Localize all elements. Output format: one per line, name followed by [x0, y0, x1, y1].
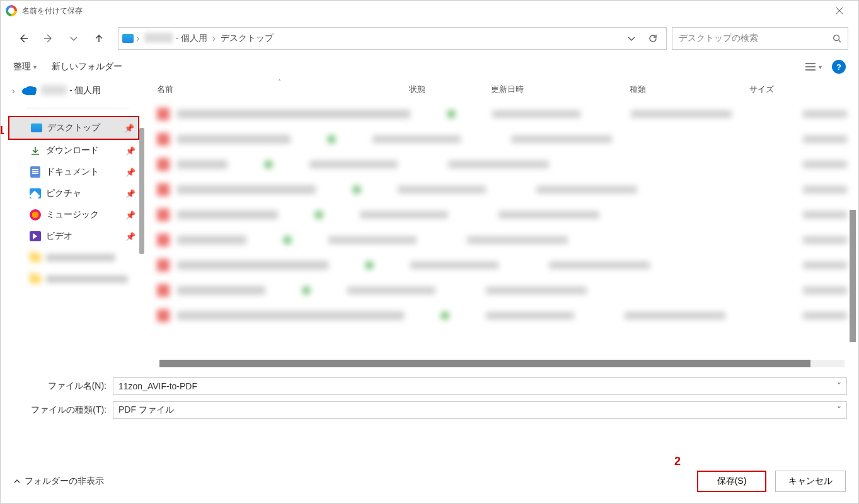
- file-row[interactable]: [152, 278, 852, 303]
- folder-icon: [30, 275, 41, 284]
- sidebar-scrollbar[interactable]: [139, 128, 144, 254]
- tree-pictures[interactable]: ピクチャ 📌: [8, 183, 139, 204]
- tree-onedrive[interactable]: › xxx - 個人用: [8, 80, 139, 101]
- filetype-label: ファイルの種類(T):: [12, 404, 113, 416]
- filename-label: ファイル名(N):: [12, 381, 113, 392]
- tree-music[interactable]: ミュージック 📌: [8, 204, 139, 226]
- pc-icon: [122, 34, 134, 43]
- column-modified[interactable]: 更新日時: [486, 81, 625, 98]
- pin-icon[interactable]: 📌: [125, 189, 135, 198]
- annotation-1: 1: [0, 124, 4, 137]
- pin-icon[interactable]: 📌: [124, 123, 134, 133]
- breadcrumb-user[interactable]: xxx - 個人用: [142, 33, 209, 44]
- video-icon: [30, 231, 41, 241]
- chevron-up-icon: [13, 478, 21, 485]
- document-icon: [30, 166, 40, 178]
- back-button[interactable]: [13, 28, 33, 49]
- music-icon: [30, 209, 41, 220]
- search-input[interactable]: デスクトップの検索: [672, 27, 848, 50]
- search-placeholder: デスクトップの検索: [679, 33, 833, 44]
- file-list: ˄名前 状態 更新日時 種類 サイズ: [146, 77, 858, 369]
- onedrive-icon: [25, 86, 36, 95]
- column-size[interactable]: サイズ: [744, 81, 852, 98]
- horizontal-scrollbar[interactable]: [159, 360, 845, 367]
- hide-folders-toggle[interactable]: フォルダーの非表示: [13, 476, 104, 487]
- chevron-down-icon[interactable]: ˅: [837, 381, 841, 391]
- file-row[interactable]: [152, 127, 852, 152]
- view-options-button[interactable]: ▾: [805, 62, 822, 71]
- save-button[interactable]: 保存(S): [697, 471, 766, 492]
- column-type[interactable]: 種類: [625, 81, 744, 98]
- file-row[interactable]: [152, 177, 852, 202]
- pin-icon[interactable]: 📌: [125, 146, 135, 156]
- file-row[interactable]: [152, 303, 852, 328]
- desktop-icon: [31, 123, 42, 132]
- column-name[interactable]: ˄名前: [152, 81, 404, 98]
- address-bar[interactable]: › xxx - 個人用 › デスクトップ: [118, 27, 667, 50]
- annotation-2: 2: [674, 455, 681, 468]
- pin-icon[interactable]: 📌: [125, 210, 135, 220]
- chevron-right-icon: ›: [136, 33, 139, 44]
- close-button[interactable]: [826, 1, 853, 20]
- chevron-right-icon: ›: [212, 33, 216, 44]
- pin-icon[interactable]: 📌: [125, 232, 135, 241]
- sort-asc-icon: ˄: [278, 79, 281, 86]
- up-button[interactable]: [89, 28, 109, 49]
- search-icon: [833, 34, 841, 43]
- address-dropdown[interactable]: [622, 29, 641, 48]
- download-icon: [30, 145, 41, 156]
- file-row[interactable]: [152, 227, 852, 253]
- pin-icon[interactable]: 📌: [125, 168, 135, 177]
- file-row[interactable]: [152, 253, 852, 278]
- cancel-button[interactable]: キャンセル: [775, 471, 846, 492]
- file-row[interactable]: [152, 202, 852, 227]
- tree-videos[interactable]: ビデオ 📌: [8, 226, 139, 247]
- refresh-button[interactable]: [643, 29, 662, 48]
- folder-icon: [30, 253, 41, 262]
- filename-input[interactable]: 11zon_AVIF-to-PDF ˅: [113, 377, 847, 395]
- chevron-right-icon[interactable]: ›: [12, 86, 20, 96]
- svg-point-0: [834, 35, 839, 41]
- window-title: 名前を付けて保存: [22, 6, 83, 16]
- file-row[interactable]: [152, 152, 852, 177]
- breadcrumb-desktop[interactable]: デスクトップ: [218, 33, 276, 44]
- vertical-scrollbar[interactable]: [850, 210, 856, 342]
- picture-icon: [30, 188, 41, 198]
- tree-documents[interactable]: ドキュメント 📌: [8, 161, 139, 183]
- forward-button[interactable]: [38, 28, 59, 49]
- tree-desktop[interactable]: デスクトップ 📌: [8, 116, 139, 140]
- new-folder-button[interactable]: 新しいフォルダー: [52, 61, 122, 72]
- tree-folder-blurred[interactable]: [8, 268, 139, 290]
- navigation-tree: 1 › xxx - 個人用 デスクトップ 📌 ダウンロード 📌 ドキュメント 📌…: [1, 77, 146, 369]
- help-button[interactable]: ?: [832, 60, 846, 74]
- column-state[interactable]: 状態: [404, 81, 486, 98]
- tree-downloads[interactable]: ダウンロード 📌: [8, 140, 139, 161]
- organize-menu[interactable]: 整理 ▾: [13, 61, 37, 72]
- filetype-select[interactable]: PDF ファイル ˅: [113, 401, 847, 419]
- recent-dropdown[interactable]: [64, 28, 84, 49]
- chrome-icon: [6, 5, 17, 16]
- chevron-down-icon[interactable]: ˅: [837, 405, 841, 415]
- tree-folder-blurred[interactable]: [8, 247, 139, 268]
- file-row[interactable]: [152, 101, 852, 127]
